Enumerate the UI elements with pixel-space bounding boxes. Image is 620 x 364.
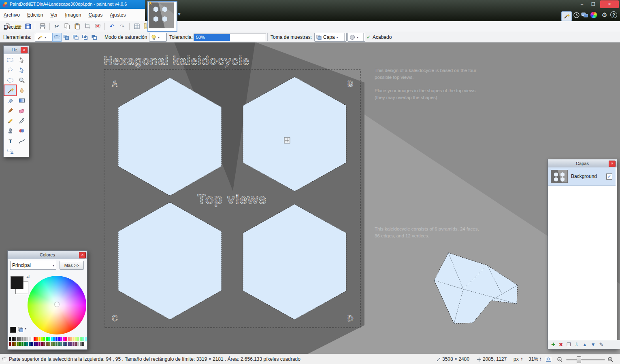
palette-color[interactable]	[12, 342, 14, 346]
menu-ajustes[interactable]: Ajustes	[106, 9, 129, 21]
colors-panel-title[interactable]: Colores ✕	[8, 251, 87, 259]
palette-color[interactable]	[85, 342, 87, 346]
undo-button[interactable]: ↶	[107, 22, 117, 31]
crop-button[interactable]	[82, 22, 92, 31]
finish-button[interactable]: Acabado	[373, 34, 392, 40]
zoom-out-button[interactable]	[557, 357, 563, 362]
palette-color[interactable]	[24, 337, 26, 341]
save-button[interactable]	[23, 22, 33, 31]
palette-color[interactable]	[36, 337, 38, 341]
palette-color[interactable]	[21, 337, 23, 341]
zoom-in-button[interactable]	[607, 357, 614, 362]
selection-mode-subtract[interactable]	[71, 33, 80, 42]
copy-button[interactable]	[62, 22, 72, 31]
tool-brush[interactable]	[4, 106, 16, 116]
antialias-dropdown[interactable]: ▾	[347, 33, 365, 42]
delete-layer-button[interactable]: ✖	[559, 342, 563, 347]
unit-spinner[interactable]: ▴▾	[521, 357, 522, 361]
palette-color[interactable]	[63, 337, 65, 341]
palette-color[interactable]	[55, 342, 58, 346]
tools-panel-title[interactable]: He... ✕	[4, 46, 29, 54]
selection-mode-invert[interactable]	[89, 33, 99, 42]
palette-color[interactable]	[85, 337, 87, 341]
palette-color[interactable]	[41, 342, 43, 346]
tool-ellipse-select[interactable]	[4, 75, 16, 85]
zoom-slider-track[interactable]	[566, 359, 605, 360]
zoom-spinner[interactable]: ▴▾	[540, 357, 541, 361]
palette-color[interactable]	[43, 342, 45, 346]
tool-line-curve[interactable]	[16, 136, 27, 146]
more-button[interactable]: Más >>	[60, 261, 84, 270]
tool-paint-bucket[interactable]	[4, 95, 16, 106]
selection-mode-union[interactable]	[62, 33, 71, 42]
tool-color-picker[interactable]	[16, 116, 27, 126]
palette-color[interactable]	[43, 337, 45, 341]
layers-panel-title[interactable]: Capas ✕	[548, 159, 617, 168]
close-button[interactable]: ✕	[600, 0, 619, 8]
tool-lasso-select[interactable]	[4, 65, 16, 75]
current-color-chip[interactable]	[10, 327, 16, 333]
swap-colors-icon[interactable]: ⇄	[26, 274, 30, 279]
paste-button[interactable]	[72, 22, 82, 31]
tool-move-selection[interactable]	[16, 65, 27, 75]
redo-button[interactable]: ↷	[117, 22, 127, 31]
image-list-chevron-icon[interactable]: ▾	[178, 11, 181, 17]
tools-panel-close-button[interactable]: ✕	[21, 47, 28, 53]
sampling-dropdown[interactable]: Capa ▾	[314, 33, 347, 42]
palette-color[interactable]	[51, 337, 53, 341]
palette-color[interactable]	[72, 342, 75, 346]
primary-color-swatch[interactable]	[11, 276, 23, 289]
tool-recolor[interactable]	[16, 126, 27, 136]
palette-color[interactable]	[48, 337, 50, 341]
flood-mode-dropdown[interactable]: ▾	[149, 33, 167, 42]
palette-color[interactable]	[65, 337, 67, 341]
palette-color[interactable]	[77, 342, 79, 346]
tool-pencil[interactable]	[4, 116, 16, 126]
palette-color[interactable]	[63, 342, 65, 346]
selection-mode-replace[interactable]	[52, 33, 62, 42]
tolerance-slider[interactable]: 50%	[194, 34, 266, 41]
settings-button[interactable]: ⚙	[602, 11, 607, 19]
cut-button[interactable]: ✂	[52, 22, 62, 31]
menu-imagen[interactable]: Imagen	[61, 9, 85, 21]
history-button[interactable]	[573, 11, 580, 19]
palette-color[interactable]	[14, 337, 16, 341]
menu-ver[interactable]: Ver	[47, 9, 61, 21]
add-layer-button[interactable]: ✚	[551, 342, 555, 347]
palette-color[interactable]	[82, 342, 84, 346]
palette-color[interactable]	[48, 342, 50, 346]
palette-color[interactable]	[12, 337, 14, 341]
palette-color[interactable]	[41, 337, 43, 341]
tool-gradient[interactable]	[16, 95, 27, 106]
tool-dropdown[interactable]: ▾	[35, 33, 53, 42]
color-mode-select[interactable]: Principal ▾	[10, 261, 56, 270]
colors-button[interactable]	[590, 11, 597, 19]
canvas[interactable]: Hexagonal kaleidocycle A B C D Top views…	[0, 42, 620, 354]
palette-color[interactable]	[21, 342, 23, 346]
palette-color[interactable]	[51, 342, 53, 346]
palette-color[interactable]	[38, 337, 40, 341]
print-button[interactable]	[37, 22, 47, 31]
palette-color[interactable]	[58, 337, 60, 341]
pixel-grid-button[interactable]	[132, 22, 142, 31]
palette-color[interactable]	[72, 337, 75, 341]
palette-color[interactable]	[58, 342, 60, 346]
tool-move-pixels[interactable]	[16, 55, 27, 65]
palette-color[interactable]	[60, 337, 62, 341]
palette-color[interactable]	[36, 342, 38, 346]
fit-window-button[interactable]	[545, 356, 552, 362]
palette-color[interactable]	[55, 337, 58, 341]
palette-color[interactable]	[29, 337, 31, 341]
selection-mode-intersect[interactable]	[80, 33, 89, 42]
windows-button[interactable]	[581, 11, 589, 19]
layer-row-background[interactable]: Background ✓	[548, 167, 616, 186]
palette-menu-icon[interactable]	[18, 327, 23, 332]
menu-edicion[interactable]: Edición	[23, 9, 47, 21]
tool-text[interactable]: T	[4, 136, 16, 146]
layer-properties-button[interactable]: ✎	[599, 342, 603, 347]
palette-color[interactable]	[70, 342, 72, 346]
help-button[interactable]: ?	[610, 11, 617, 18]
palette-color[interactable]	[46, 342, 48, 346]
palette-color[interactable]	[34, 342, 36, 346]
zoom-value[interactable]: 31%	[528, 356, 538, 362]
